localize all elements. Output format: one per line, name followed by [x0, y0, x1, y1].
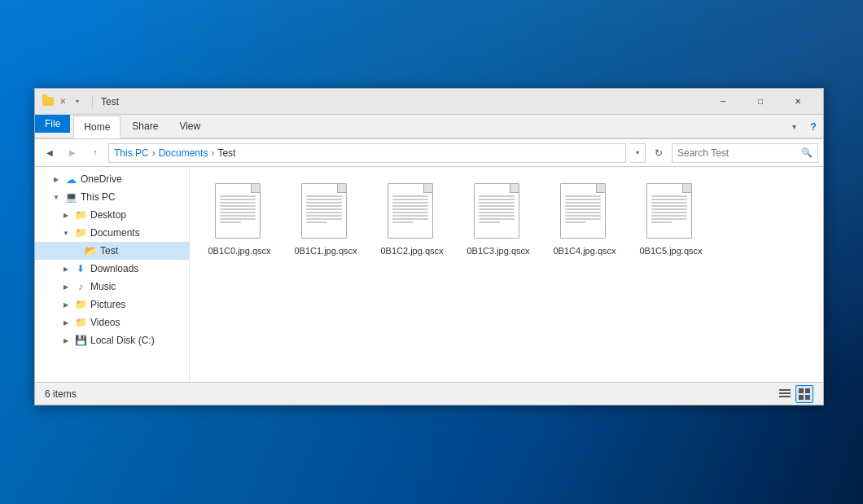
details-view-button[interactable] — [776, 385, 794, 403]
sidebar-item-desktop[interactable]: ▶ 📁 Desktop — [35, 206, 189, 224]
breadcrumb-item-thispc[interactable]: This PC — [114, 147, 149, 159]
file-item[interactable]: 0B1C3.jpg.qscx — [462, 180, 535, 260]
file-explorer-window: ✕ ▾ Test ─ □ ✕ File Home Share Vi — [34, 88, 824, 405]
file-label: 0B1C4.jpg.qscx — [553, 245, 615, 256]
expand-arrow-pictures: ▶ — [61, 301, 71, 309]
window-title: Test — [101, 96, 699, 107]
sidebar-label-thispc: This PC — [81, 191, 116, 203]
view-toggle — [776, 385, 813, 403]
tab-share[interactable]: Share — [122, 115, 168, 138]
folder-icon-videos: 📁 — [74, 316, 87, 329]
breadcrumb-arrow-2: › — [211, 147, 214, 159]
sidebar-item-thispc[interactable]: ▼ 💻 This PC — [35, 188, 189, 206]
sidebar-label-localdisk: Local Disk (C:) — [90, 335, 155, 346]
folder-icon-music: ♪ — [74, 280, 87, 293]
disk-icon: 💾 — [74, 334, 87, 347]
file-label: 0B1C5.jpg.qscx — [639, 245, 702, 256]
expand-arrow-desktop: ▶ — [61, 212, 71, 219]
ribbon-collapse-button[interactable]: ▾ — [784, 115, 804, 138]
doc-page — [474, 183, 519, 239]
search-icon[interactable]: 🔍 — [801, 147, 813, 158]
tab-view[interactable]: View — [169, 115, 210, 138]
sidebar-item-downloads[interactable]: ▶ ⬇ Downloads — [35, 260, 189, 278]
sidebar-item-pictures[interactable]: ▶ 📁 Pictures — [35, 296, 189, 313]
tiles-view-button[interactable] — [795, 385, 813, 403]
search-input[interactable] — [677, 147, 801, 159]
doc-lines — [561, 184, 605, 227]
expand-arrow-onedrive: ▶ — [51, 176, 61, 183]
sidebar-item-localdisk[interactable]: ▶ 💾 Local Disk (C:) — [35, 331, 189, 349]
doc-page — [301, 183, 347, 239]
file-label: 0B1C3.jpg.qscx — [467, 245, 529, 256]
breadcrumb-arrow-1: › — [152, 147, 156, 159]
doc-lines — [216, 184, 260, 227]
breadcrumb-item-test: Test — [217, 147, 235, 159]
sidebar-label-downloads: Downloads — [90, 263, 138, 274]
file-icon — [474, 183, 523, 242]
file-label: 0B1C0.jpg.qscx — [208, 245, 270, 256]
status-bar: 6 items — [35, 382, 823, 405]
up-button[interactable]: ↑ — [85, 143, 105, 163]
sidebar-item-onedrive[interactable]: ▶ ☁ OneDrive — [35, 170, 189, 188]
help-button[interactable]: ? — [804, 115, 823, 138]
minimize-button[interactable]: ─ — [704, 89, 742, 115]
folder-icon-test: 📂 — [84, 244, 97, 257]
item-count: 6 items — [45, 388, 77, 400]
doc-lines — [475, 184, 519, 227]
tab-file[interactable]: File — [35, 115, 70, 133]
forward-button[interactable]: ▶ — [63, 143, 82, 163]
pc-icon: 💻 — [64, 191, 77, 204]
expand-arrow-documents: ▼ — [61, 230, 71, 237]
file-area: 0B1C0.jpg.qscx 0B1C1.jpg.qscx 0B1C2.jpg.… — [190, 167, 823, 382]
doc-lines — [647, 184, 691, 227]
file-item[interactable]: 0B1C5.jpg.qscx — [634, 180, 707, 260]
breadcrumb-item-documents[interactable]: Documents — [159, 147, 208, 159]
undo-icon: ✕ — [56, 95, 69, 108]
sidebar-label-pictures: Pictures — [90, 299, 125, 310]
file-item[interactable]: 0B1C1.jpg.qscx — [289, 180, 362, 260]
search-box: 🔍 — [672, 143, 818, 163]
sidebar-item-documents[interactable]: ▼ 📁 Documents — [35, 224, 189, 242]
doc-page — [646, 183, 692, 239]
maximize-button[interactable]: □ — [742, 89, 779, 115]
file-label: 0B1C2.jpg.qscx — [380, 245, 443, 256]
file-item[interactable]: 0B1C4.jpg.qscx — [548, 180, 621, 260]
sidebar-item-music[interactable]: ▶ ♪ Music — [35, 278, 189, 296]
refresh-button[interactable]: ↻ — [649, 143, 668, 163]
sidebar-label-test: Test — [100, 245, 118, 256]
svg-rect-0 — [779, 389, 791, 391]
expand-arrow-music: ▶ — [61, 283, 71, 291]
ribbon: File Home Share View ▾ ? — [35, 115, 823, 139]
folder-icon-documents: 📁 — [74, 226, 87, 239]
sidebar-item-test[interactable]: 📂 Test — [35, 242, 189, 260]
svg-rect-5 — [799, 395, 804, 400]
address-bar: ◀ ▶ ↑ This PC › Documents › Test ▾ ↻ 🔍 — [35, 139, 823, 167]
svg-rect-3 — [799, 388, 804, 393]
tiles-view-icon — [799, 388, 810, 400]
close-button[interactable]: ✕ — [779, 89, 817, 115]
sidebar-item-videos[interactable]: ▶ 📁 Videos — [35, 313, 189, 331]
back-button[interactable]: ◀ — [40, 143, 59, 163]
down-arrow-icon[interactable]: ▾ — [71, 95, 84, 108]
svg-rect-2 — [779, 396, 791, 397]
file-item[interactable]: 0B1C0.jpg.qscx — [203, 180, 276, 260]
doc-page — [560, 183, 606, 239]
cloud-icon: ☁ — [64, 173, 77, 186]
sidebar: ▶ ☁ OneDrive ▼ 💻 This PC ▶ 📁 Desktop ▼ 📁… — [35, 167, 190, 382]
sidebar-label-onedrive: OneDrive — [81, 173, 122, 185]
sidebar-label-music: Music — [90, 281, 116, 292]
file-item[interactable]: 0B1C2.jpg.qscx — [375, 180, 449, 260]
sidebar-label-desktop: Desktop — [90, 209, 126, 221]
main-content: ▶ ☁ OneDrive ▼ 💻 This PC ▶ 📁 Desktop ▼ 📁… — [35, 167, 823, 382]
svg-rect-6 — [805, 395, 810, 400]
sidebar-label-videos: Videos — [90, 317, 120, 328]
address-dropdown-button[interactable]: ▾ — [629, 143, 646, 163]
folder-icon-pictures: 📁 — [74, 298, 87, 311]
title-bar-icons: ✕ ▾ — [42, 95, 84, 108]
svg-rect-4 — [805, 388, 810, 393]
sidebar-label-documents: Documents — [90, 227, 140, 239]
details-view-icon — [779, 388, 791, 400]
file-icon — [646, 183, 695, 242]
window-controls: ─ □ ✕ — [704, 89, 817, 115]
tab-home[interactable]: Home — [73, 116, 120, 138]
